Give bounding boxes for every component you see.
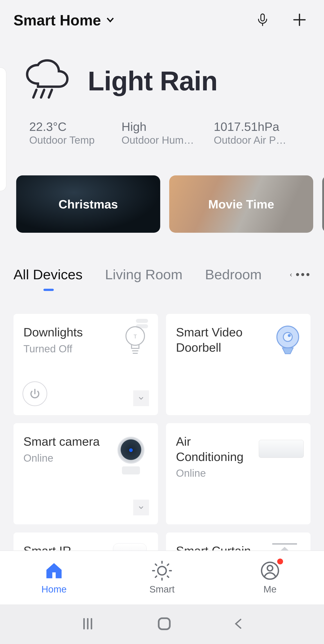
doorbell-icon <box>275 325 300 357</box>
home-icon <box>43 560 65 582</box>
svg-line-26 <box>167 564 169 565</box>
scene-card-movie[interactable]: Movie Time <box>169 176 313 233</box>
power-button[interactable] <box>23 381 47 406</box>
svg-rect-0 <box>261 14 264 21</box>
device-status: Online <box>176 467 300 479</box>
svg-point-16 <box>283 332 292 342</box>
device-grid: Downlights Turned Off T Smart Video Door… <box>0 282 324 573</box>
device-name: Smart camera <box>24 434 109 449</box>
svg-line-4 <box>33 90 37 97</box>
outdoor-temp-value: 22.3°C <box>29 120 122 134</box>
svg-rect-32 <box>159 618 170 629</box>
tab-all-devices[interactable]: All Devices <box>14 266 83 282</box>
scene-label: Christmas <box>59 197 118 211</box>
scene-card-next[interactable] <box>322 176 324 233</box>
profile-icon <box>259 560 281 582</box>
device-name: Air Conditioning <box>176 434 261 464</box>
notification-badge <box>277 558 283 564</box>
svg-point-9 <box>301 273 304 276</box>
svg-line-5 <box>41 90 44 97</box>
system-edge-handle[interactable] <box>0 68 6 191</box>
svg-line-6 <box>49 90 52 97</box>
room-tabs: All Devices Living Room Bedroom ‹ <box>0 233 324 282</box>
outdoor-temp: 22.3°C Outdoor Temp <box>29 120 122 146</box>
bulb-icon: T <box>123 325 148 359</box>
recents-button[interactable] <box>79 616 97 632</box>
nav-smart[interactable]: Smart <box>108 551 216 604</box>
svg-line-21 <box>155 564 157 565</box>
back-button[interactable] <box>232 616 245 633</box>
tab-living-room[interactable]: Living Room <box>105 266 183 282</box>
svg-point-28 <box>267 566 273 571</box>
nav-me[interactable]: Me <box>216 551 324 604</box>
svg-line-22 <box>167 576 169 577</box>
svg-text:‹: ‹ <box>290 270 292 278</box>
nav-label: Home <box>41 584 67 595</box>
bottom-nav: Home Smart Me <box>0 550 324 604</box>
device-card-camera[interactable]: Smart camera Online <box>14 423 158 524</box>
outdoor-humidity-label: Outdoor Humi… <box>122 134 196 146</box>
svg-point-10 <box>306 273 309 276</box>
nav-label: Smart <box>149 584 175 595</box>
svg-point-18 <box>158 566 166 575</box>
weather-condition: Light Rain <box>88 66 218 96</box>
device-card-ac[interactable]: Air Conditioning Online <box>166 423 310 524</box>
expand-button[interactable] <box>133 390 149 406</box>
system-nav-bar <box>0 604 324 644</box>
outdoor-humidity: High Outdoor Humi… <box>122 120 214 146</box>
scene-carousel[interactable]: Christmas Movie Time <box>0 146 324 233</box>
sun-icon <box>151 560 173 582</box>
scene-label: Movie Time <box>208 197 274 211</box>
nav-label: Me <box>263 584 276 595</box>
device-card-doorbell[interactable]: Smart Video Doorbell <box>166 314 310 415</box>
outdoor-pressure: 1017.51hPa Outdoor Air P… <box>214 120 306 146</box>
svg-point-17 <box>288 334 291 337</box>
expand-button[interactable] <box>133 500 149 516</box>
tabs-more-icon[interactable]: ‹ <box>290 270 310 278</box>
device-name: Downlights <box>24 325 109 340</box>
outdoor-temp-label: Outdoor Temp <box>29 134 104 146</box>
svg-text:T: T <box>133 334 137 340</box>
air-conditioner-icon <box>259 440 304 458</box>
device-name: Smart Video Doorbell <box>176 325 261 355</box>
outdoor-pressure-label: Outdoor Air P… <box>214 134 288 146</box>
home-selector[interactable]: Smart Home <box>14 12 115 29</box>
nav-home[interactable]: Home <box>0 551 108 604</box>
microphone-icon[interactable] <box>256 13 269 28</box>
outdoor-humidity-value: High <box>122 120 214 134</box>
camera-icon <box>117 437 144 474</box>
add-icon[interactable] <box>292 12 307 28</box>
home-button[interactable] <box>155 616 173 633</box>
scene-card-christmas[interactable]: Christmas <box>16 176 160 233</box>
app-header: Smart Home <box>0 0 324 33</box>
chevron-down-icon <box>105 14 115 26</box>
weather-panel[interactable]: Light Rain 22.3°C Outdoor Temp High Outd… <box>0 33 324 146</box>
tab-bedroom[interactable]: Bedroom <box>205 266 262 282</box>
svg-line-25 <box>155 576 157 577</box>
weather-rain-icon <box>23 58 72 104</box>
device-card-downlights[interactable]: Downlights Turned Off T <box>14 314 158 415</box>
home-title: Smart Home <box>14 12 101 29</box>
outdoor-pressure-value: 1017.51hPa <box>214 120 306 134</box>
svg-point-8 <box>296 273 299 276</box>
